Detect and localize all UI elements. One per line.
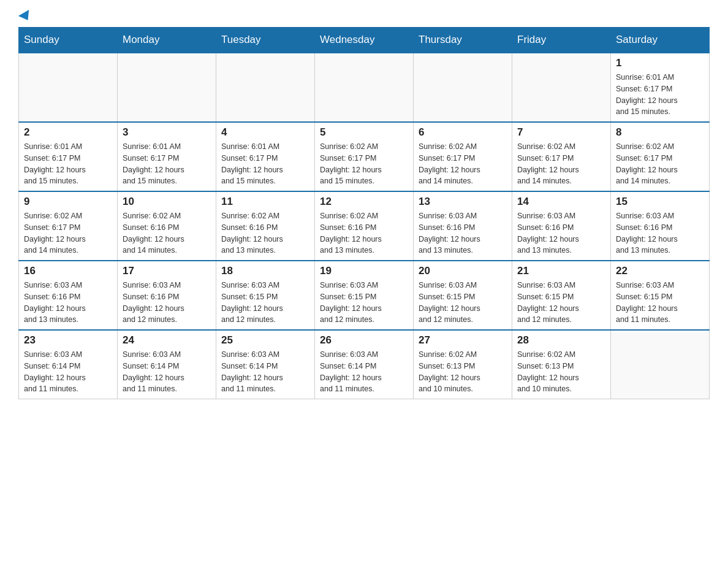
day-number: 11	[221, 196, 309, 208]
weekday-header-thursday: Thursday	[414, 28, 512, 53]
calendar-cell	[611, 330, 710, 399]
day-number: 26	[320, 334, 408, 347]
day-info: Sunrise: 6:03 AMSunset: 6:14 PMDaylight:…	[123, 349, 211, 395]
calendar-cell	[19, 53, 118, 122]
day-number: 23	[24, 334, 112, 347]
calendar-cell: 3Sunrise: 6:01 AMSunset: 6:17 PMDaylight…	[118, 122, 216, 191]
day-number: 17	[123, 265, 211, 277]
day-info: Sunrise: 6:03 AMSunset: 6:16 PMDaylight:…	[517, 210, 605, 256]
logo-triangle-icon	[18, 10, 33, 23]
day-info: Sunrise: 6:02 AMSunset: 6:17 PMDaylight:…	[24, 210, 112, 256]
day-info: Sunrise: 6:03 AMSunset: 6:15 PMDaylight:…	[419, 280, 507, 326]
calendar-cell: 8Sunrise: 6:02 AMSunset: 6:17 PMDaylight…	[611, 122, 710, 191]
calendar-week-5: 23Sunrise: 6:03 AMSunset: 6:14 PMDayligh…	[19, 330, 710, 399]
day-number: 4	[221, 126, 309, 139]
day-number: 6	[419, 126, 507, 139]
day-info: Sunrise: 6:03 AMSunset: 6:16 PMDaylight:…	[419, 210, 507, 256]
day-number: 24	[123, 334, 211, 347]
day-number: 22	[616, 265, 704, 277]
calendar-cell: 15Sunrise: 6:03 AMSunset: 6:16 PMDayligh…	[611, 191, 710, 261]
calendar-week-3: 9Sunrise: 6:02 AMSunset: 6:17 PMDaylight…	[19, 191, 710, 261]
calendar-cell: 25Sunrise: 6:03 AMSunset: 6:14 PMDayligh…	[216, 330, 315, 399]
day-info: Sunrise: 6:02 AMSunset: 6:16 PMDaylight:…	[221, 210, 309, 256]
day-number: 13	[419, 196, 507, 208]
day-info: Sunrise: 6:01 AMSunset: 6:17 PMDaylight:…	[616, 72, 704, 118]
day-number: 25	[221, 334, 309, 347]
day-info: Sunrise: 6:03 AMSunset: 6:15 PMDaylight:…	[320, 280, 408, 326]
calendar-cell	[315, 53, 414, 122]
weekday-header-wednesday: Wednesday	[315, 28, 414, 53]
day-number: 2	[24, 126, 112, 139]
day-info: Sunrise: 6:02 AMSunset: 6:16 PMDaylight:…	[123, 210, 211, 256]
day-number: 3	[123, 126, 211, 139]
day-info: Sunrise: 6:03 AMSunset: 6:15 PMDaylight:…	[616, 280, 704, 326]
calendar-cell: 1Sunrise: 6:01 AMSunset: 6:17 PMDaylight…	[611, 53, 710, 122]
calendar-cell: 26Sunrise: 6:03 AMSunset: 6:14 PMDayligh…	[315, 330, 414, 399]
day-number: 15	[616, 196, 704, 208]
day-number: 9	[24, 196, 112, 208]
day-number: 28	[517, 334, 605, 347]
day-number: 20	[419, 265, 507, 277]
day-number: 8	[616, 126, 704, 139]
day-number: 19	[320, 265, 408, 277]
day-info: Sunrise: 6:02 AMSunset: 6:17 PMDaylight:…	[517, 141, 605, 187]
calendar-cell: 11Sunrise: 6:02 AMSunset: 6:16 PMDayligh…	[216, 191, 315, 261]
day-info: Sunrise: 6:01 AMSunset: 6:17 PMDaylight:…	[221, 141, 309, 187]
calendar-cell: 6Sunrise: 6:02 AMSunset: 6:17 PMDaylight…	[414, 122, 512, 191]
weekday-header-sunday: Sunday	[19, 28, 118, 53]
day-number: 14	[517, 196, 605, 208]
day-info: Sunrise: 6:02 AMSunset: 6:16 PMDaylight:…	[320, 210, 408, 256]
calendar-cell: 9Sunrise: 6:02 AMSunset: 6:17 PMDaylight…	[19, 191, 118, 261]
calendar-cell: 5Sunrise: 6:02 AMSunset: 6:17 PMDaylight…	[315, 122, 414, 191]
calendar-table: SundayMondayTuesdayWednesdayThursdayFrid…	[18, 27, 710, 399]
calendar-cell: 2Sunrise: 6:01 AMSunset: 6:17 PMDaylight…	[19, 122, 118, 191]
day-number: 7	[517, 126, 605, 139]
day-info: Sunrise: 6:03 AMSunset: 6:16 PMDaylight:…	[24, 280, 112, 326]
day-info: Sunrise: 6:02 AMSunset: 6:13 PMDaylight:…	[517, 349, 605, 395]
day-info: Sunrise: 6:03 AMSunset: 6:16 PMDaylight:…	[616, 210, 704, 256]
day-info: Sunrise: 6:01 AMSunset: 6:17 PMDaylight:…	[24, 141, 112, 187]
weekday-header-monday: Monday	[118, 28, 216, 53]
calendar-cell	[118, 53, 216, 122]
calendar-week-4: 16Sunrise: 6:03 AMSunset: 6:16 PMDayligh…	[19, 261, 710, 330]
day-info: Sunrise: 6:03 AMSunset: 6:14 PMDaylight:…	[221, 349, 309, 395]
calendar-cell: 14Sunrise: 6:03 AMSunset: 6:16 PMDayligh…	[512, 191, 611, 261]
day-info: Sunrise: 6:02 AMSunset: 6:17 PMDaylight:…	[320, 141, 408, 187]
calendar-week-1: 1Sunrise: 6:01 AMSunset: 6:17 PMDaylight…	[19, 53, 710, 122]
calendar-cell	[216, 53, 315, 122]
day-number: 1	[616, 57, 704, 69]
day-info: Sunrise: 6:02 AMSunset: 6:13 PMDaylight:…	[419, 349, 507, 395]
day-number: 5	[320, 126, 408, 139]
calendar-header-row: SundayMondayTuesdayWednesdayThursdayFrid…	[19, 28, 710, 53]
calendar-cell: 28Sunrise: 6:02 AMSunset: 6:13 PMDayligh…	[512, 330, 611, 399]
calendar-cell: 13Sunrise: 6:03 AMSunset: 6:16 PMDayligh…	[414, 191, 512, 261]
day-info: Sunrise: 6:03 AMSunset: 6:14 PMDaylight:…	[24, 349, 112, 395]
calendar-cell: 21Sunrise: 6:03 AMSunset: 6:15 PMDayligh…	[512, 261, 611, 330]
page-header	[18, 12, 710, 21]
day-number: 21	[517, 265, 605, 277]
weekday-header-friday: Friday	[512, 28, 611, 53]
day-info: Sunrise: 6:03 AMSunset: 6:16 PMDaylight:…	[123, 280, 211, 326]
calendar-cell: 17Sunrise: 6:03 AMSunset: 6:16 PMDayligh…	[118, 261, 216, 330]
calendar-cell: 23Sunrise: 6:03 AMSunset: 6:14 PMDayligh…	[19, 330, 118, 399]
calendar-cell: 24Sunrise: 6:03 AMSunset: 6:14 PMDayligh…	[118, 330, 216, 399]
day-info: Sunrise: 6:01 AMSunset: 6:17 PMDaylight:…	[123, 141, 211, 187]
calendar-cell: 4Sunrise: 6:01 AMSunset: 6:17 PMDaylight…	[216, 122, 315, 191]
calendar-cell: 7Sunrise: 6:02 AMSunset: 6:17 PMDaylight…	[512, 122, 611, 191]
calendar-cell: 22Sunrise: 6:03 AMSunset: 6:15 PMDayligh…	[611, 261, 710, 330]
day-number: 16	[24, 265, 112, 277]
day-info: Sunrise: 6:02 AMSunset: 6:17 PMDaylight:…	[419, 141, 507, 187]
logo	[18, 12, 32, 21]
day-info: Sunrise: 6:03 AMSunset: 6:14 PMDaylight:…	[320, 349, 408, 395]
calendar-cell: 27Sunrise: 6:02 AMSunset: 6:13 PMDayligh…	[414, 330, 512, 399]
calendar-week-2: 2Sunrise: 6:01 AMSunset: 6:17 PMDaylight…	[19, 122, 710, 191]
calendar-cell: 12Sunrise: 6:02 AMSunset: 6:16 PMDayligh…	[315, 191, 414, 261]
calendar-cell: 20Sunrise: 6:03 AMSunset: 6:15 PMDayligh…	[414, 261, 512, 330]
calendar-cell: 18Sunrise: 6:03 AMSunset: 6:15 PMDayligh…	[216, 261, 315, 330]
calendar-cell: 19Sunrise: 6:03 AMSunset: 6:15 PMDayligh…	[315, 261, 414, 330]
day-number: 27	[419, 334, 507, 347]
calendar-cell: 16Sunrise: 6:03 AMSunset: 6:16 PMDayligh…	[19, 261, 118, 330]
weekday-header-saturday: Saturday	[611, 28, 710, 53]
day-number: 10	[123, 196, 211, 208]
weekday-header-tuesday: Tuesday	[216, 28, 315, 53]
